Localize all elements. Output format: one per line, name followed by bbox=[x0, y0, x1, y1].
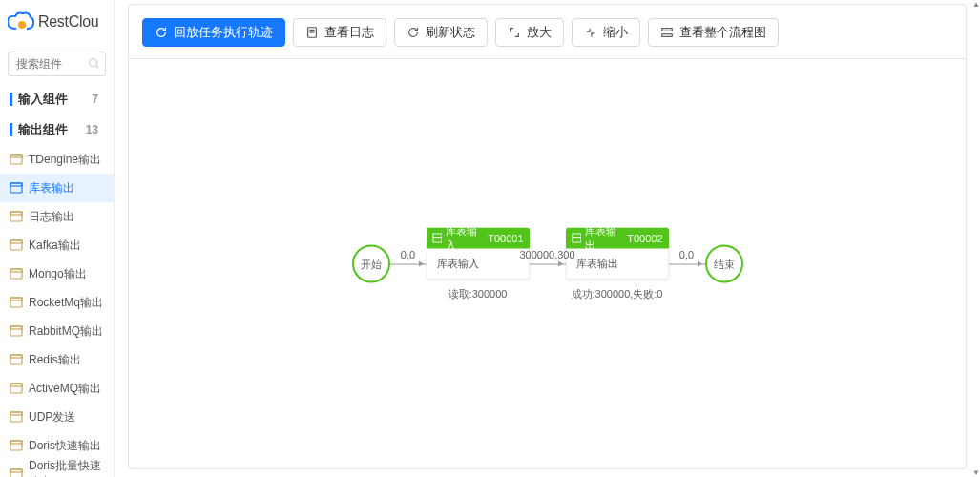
cat-count: 13 bbox=[80, 123, 104, 136]
scroll-up-icon[interactable]: ▲ bbox=[972, 0, 980, 9]
cat-label: 输出组件 bbox=[18, 121, 80, 138]
search-icon bbox=[88, 57, 100, 70]
log-button[interactable]: 查看日志 bbox=[293, 18, 386, 47]
node-stat: 读取:300000 bbox=[448, 286, 508, 301]
item-log[interactable]: 日志输出 bbox=[0, 202, 114, 231]
cat-input[interactable]: 输入组件7 bbox=[0, 84, 114, 114]
logo: RestClou bbox=[0, 0, 114, 44]
svg-rect-6 bbox=[10, 183, 22, 186]
search-wrap bbox=[0, 44, 114, 84]
flow: 开始 0,0 库表输入T00001 库表输入 读取:300000 300000,… bbox=[352, 227, 743, 301]
svg-rect-32 bbox=[662, 29, 673, 31]
table-icon bbox=[572, 232, 582, 243]
item-redis[interactable]: Redis输出 bbox=[0, 345, 114, 374]
logo-icon bbox=[8, 11, 34, 32]
panel: 回放任务执行轨迹 查看日志 刷新状态 放大 缩小 查看整个流程图 开始 0,0 … bbox=[128, 4, 967, 469]
component-icon bbox=[10, 410, 23, 424]
item-mongo[interactable]: Mongo输出 bbox=[0, 259, 114, 288]
edge-3: 0,0 bbox=[669, 263, 705, 264]
svg-line-2 bbox=[96, 66, 98, 68]
component-icon bbox=[10, 324, 23, 338]
svg-rect-33 bbox=[662, 34, 673, 37]
cat-label: 输入组件 bbox=[18, 91, 86, 108]
item-doris-fast[interactable]: Doris快速输出 bbox=[0, 431, 114, 460]
svg-rect-19 bbox=[10, 384, 22, 393]
svg-rect-16 bbox=[10, 326, 22, 329]
zoom-in-button[interactable]: 放大 bbox=[495, 18, 564, 47]
node-title: 库表输出 bbox=[585, 227, 623, 252]
svg-rect-36 bbox=[572, 233, 580, 241]
component-icon bbox=[10, 296, 23, 309]
node-output[interactable]: 库表输出T00002 库表输出 bbox=[566, 227, 669, 279]
svg-rect-21 bbox=[10, 412, 22, 422]
item-tdengine[interactable]: TDengine输出 bbox=[0, 145, 114, 174]
refresh-button[interactable]: 刷新状态 bbox=[394, 18, 488, 47]
edge-label: 0,0 bbox=[679, 248, 694, 259]
svg-rect-11 bbox=[10, 269, 22, 279]
layout-icon bbox=[660, 26, 674, 39]
svg-point-1 bbox=[90, 59, 97, 67]
collapse-icon bbox=[584, 26, 597, 39]
component-icon bbox=[10, 210, 23, 223]
component-icon bbox=[10, 181, 23, 195]
node-body: 库表输出 bbox=[566, 248, 669, 279]
edge-2: 300000,300 bbox=[530, 263, 566, 264]
node-title: 库表输入 bbox=[446, 227, 484, 252]
item-label: Mongo输出 bbox=[29, 266, 87, 282]
component-icon bbox=[10, 153, 23, 166]
node-1-wrap: 库表输入T00001 库表输入 读取:300000 bbox=[427, 227, 530, 301]
svg-rect-25 bbox=[10, 469, 22, 477]
end-node[interactable]: 结束 bbox=[705, 245, 743, 283]
scroll-indicators: ▲▼ bbox=[972, 0, 980, 477]
flow-canvas[interactable]: 开始 0,0 库表输入T00001 库表输入 读取:300000 300000,… bbox=[129, 58, 966, 468]
component-icon bbox=[10, 382, 23, 395]
item-rocketmq[interactable]: RocketMq输出 bbox=[0, 288, 114, 317]
logo-text: RestClou bbox=[38, 13, 98, 31]
item-label: Kafka输出 bbox=[29, 238, 81, 254]
component-icon bbox=[10, 238, 23, 252]
cat-output[interactable]: 输出组件13 bbox=[0, 114, 114, 145]
item-table-output[interactable]: 库表输出 bbox=[0, 174, 114, 202]
svg-rect-26 bbox=[10, 469, 22, 472]
svg-rect-24 bbox=[10, 441, 22, 444]
item-label: 日志输出 bbox=[29, 209, 74, 225]
svg-rect-14 bbox=[10, 298, 22, 301]
scroll-down-icon[interactable]: ▼ bbox=[972, 468, 980, 477]
item-label: Redis输出 bbox=[29, 352, 81, 368]
svg-rect-5 bbox=[10, 183, 22, 193]
item-label: RabbitMQ输出 bbox=[29, 323, 103, 340]
app-root: RestClou 输入组件7 输出组件13 TDengine输出库表输出日志输出… bbox=[0, 0, 980, 477]
main: ▲▼ 回放任务执行轨迹 查看日志 刷新状态 放大 缩小 查看整个流程图 开始 0… bbox=[115, 0, 980, 477]
item-label: TDengine输出 bbox=[29, 152, 101, 168]
node-2-wrap: 库表输出T00002 库表输出 成功:300000,失败:0 bbox=[566, 227, 669, 301]
toolbar: 回放任务执行轨迹 查看日志 刷新状态 放大 缩小 查看整个流程图 bbox=[129, 5, 966, 58]
refresh-icon bbox=[407, 26, 420, 39]
start-node[interactable]: 开始 bbox=[352, 245, 390, 283]
svg-rect-9 bbox=[10, 240, 22, 250]
svg-rect-8 bbox=[10, 212, 22, 215]
svg-rect-7 bbox=[10, 212, 22, 221]
node-id: T00002 bbox=[627, 232, 662, 243]
svg-rect-15 bbox=[10, 326, 22, 336]
svg-rect-23 bbox=[10, 441, 22, 450]
svg-rect-10 bbox=[10, 240, 22, 243]
svg-rect-3 bbox=[10, 155, 22, 164]
node-input[interactable]: 库表输入T00001 库表输入 bbox=[427, 227, 530, 279]
item-kafka[interactable]: Kafka输出 bbox=[0, 231, 114, 259]
svg-point-0 bbox=[18, 21, 26, 29]
component-icon bbox=[10, 353, 23, 366]
node-id: T00001 bbox=[488, 232, 523, 243]
edge-label: 0,0 bbox=[401, 248, 415, 259]
item-doris-batch[interactable]: Doris批量快速输出 bbox=[0, 460, 114, 477]
item-label: 库表输出 bbox=[29, 180, 74, 197]
overview-button[interactable]: 查看整个流程图 bbox=[648, 18, 779, 47]
zoom-out-button[interactable]: 缩小 bbox=[572, 18, 640, 47]
replay-button[interactable]: 回放任务执行轨迹 bbox=[142, 18, 285, 47]
item-udp[interactable]: UDP发送 bbox=[0, 403, 114, 431]
edge-label: 300000,300 bbox=[519, 248, 574, 259]
item-activemq[interactable]: ActiveMQ输出 bbox=[0, 374, 114, 403]
expand-icon bbox=[508, 26, 521, 39]
component-icon bbox=[10, 467, 23, 477]
item-label: Doris快速输出 bbox=[29, 438, 101, 454]
item-rabbitmq[interactable]: RabbitMQ输出 bbox=[0, 317, 114, 345]
